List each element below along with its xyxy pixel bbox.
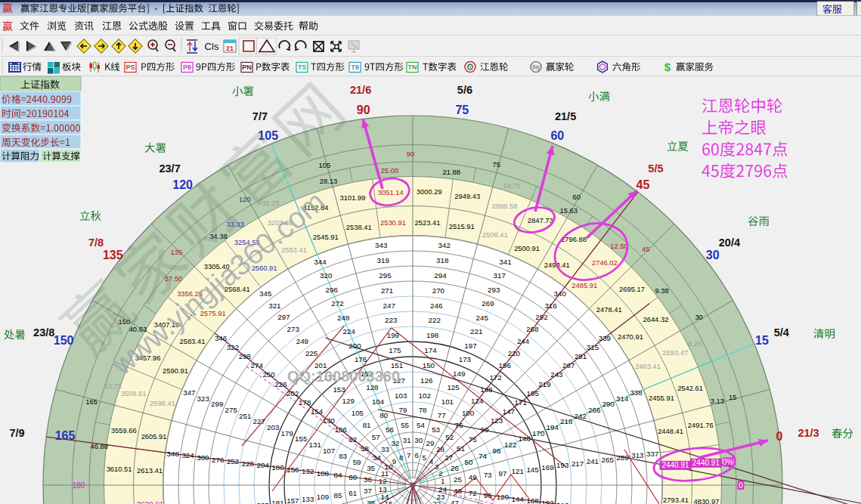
svg-text:248: 248 (337, 314, 350, 322)
svg-text:205: 205 (257, 501, 270, 504)
svg-text:3610.51: 3610.51 (107, 465, 132, 473)
svg-text:102: 102 (419, 391, 431, 400)
svg-text:198: 198 (426, 331, 439, 339)
svg-text:339: 339 (599, 334, 611, 342)
svg-text:25.00: 25.00 (381, 166, 398, 175)
svg-text:343: 343 (375, 241, 388, 249)
svg-text:247: 247 (383, 301, 395, 310)
svg-text:271: 271 (381, 286, 393, 295)
svg-text:203: 203 (267, 423, 280, 431)
svg-text:4: 4 (429, 457, 434, 465)
svg-text:195: 195 (527, 389, 540, 397)
svg-text:55: 55 (401, 421, 409, 429)
svg-text:2485.91: 2485.91 (571, 281, 597, 289)
svg-text:75: 75 (455, 104, 469, 116)
svg-text:85: 85 (333, 491, 342, 499)
svg-text:48: 48 (454, 487, 462, 495)
svg-text:103: 103 (395, 391, 407, 400)
svg-text:124: 124 (471, 397, 484, 405)
svg-text:194: 194 (547, 423, 559, 431)
svg-text:5/5: 5/5 (648, 162, 663, 175)
svg-text:276: 276 (212, 456, 225, 464)
svg-text:21: 21 (226, 45, 234, 52)
svg-text:104: 104 (372, 397, 385, 406)
svg-text:60: 60 (573, 193, 581, 201)
svg-text:38: 38 (367, 499, 375, 504)
svg-text:58: 58 (361, 444, 369, 453)
svg-text:126: 126 (420, 376, 433, 385)
svg-text:275: 275 (225, 406, 238, 414)
svg-text:252: 252 (227, 457, 239, 465)
svg-text:2448.41: 2448.41 (658, 427, 683, 435)
svg-text:T9: T9 (351, 63, 359, 71)
svg-text:2542.61: 2542.61 (677, 384, 703, 392)
svg-text:193: 193 (556, 461, 569, 469)
svg-text:105: 105 (352, 409, 364, 417)
svg-text:133: 133 (302, 495, 314, 503)
svg-text:21/5: 21/5 (555, 110, 576, 122)
svg-text:3101.99: 3101.99 (340, 193, 366, 202)
svg-text:269: 269 (482, 299, 494, 308)
svg-text:35: 35 (367, 464, 375, 472)
svg-text:178: 178 (299, 398, 311, 407)
svg-text:29: 29 (426, 439, 435, 447)
svg-text:323: 323 (197, 394, 210, 403)
svg-text:84: 84 (333, 471, 342, 479)
svg-text:324: 324 (181, 451, 194, 459)
svg-text:2644.32: 2644.32 (643, 315, 668, 323)
svg-text:24: 24 (438, 485, 447, 493)
svg-text:346: 346 (215, 334, 228, 342)
svg-text:273: 273 (287, 325, 300, 333)
svg-text:200: 200 (348, 342, 361, 350)
svg-text:$: $ (664, 60, 671, 73)
svg-text:130: 130 (323, 416, 336, 425)
svg-text:274: 274 (251, 361, 264, 369)
svg-text:291: 291 (575, 352, 587, 360)
svg-text:56: 56 (386, 425, 394, 434)
svg-text:45: 45 (636, 178, 650, 191)
svg-text:340: 340 (554, 289, 567, 298)
svg-text:322: 322 (227, 343, 239, 351)
svg-text:15: 15 (729, 393, 736, 401)
svg-text:148: 148 (480, 385, 493, 394)
svg-text:31: 31 (403, 436, 411, 444)
svg-text:150: 150 (54, 334, 74, 347)
svg-text:2440.91: 2440.91 (661, 461, 689, 469)
svg-text:2847.73: 2847.73 (528, 216, 553, 224)
svg-text:157: 157 (286, 496, 299, 504)
svg-text:PN: PN (242, 63, 252, 71)
svg-text:266: 266 (588, 406, 601, 414)
svg-text:23: 23 (437, 493, 445, 501)
svg-text:227: 227 (253, 417, 265, 425)
svg-text:2523.41: 2523.41 (415, 218, 441, 227)
svg-text:3508.81: 3508.81 (121, 389, 147, 397)
svg-text:2583.41: 2583.41 (179, 337, 205, 345)
svg-text:146: 146 (519, 434, 531, 443)
svg-text:174: 174 (424, 346, 437, 354)
svg-text:Big: Big (532, 64, 540, 70)
svg-text:221: 221 (470, 327, 482, 335)
svg-text:1: 1 (441, 477, 444, 485)
svg-text:223: 223 (385, 316, 398, 324)
svg-text:243: 243 (550, 370, 563, 379)
svg-text:28.13: 28.13 (320, 177, 337, 185)
svg-text:51: 51 (457, 444, 465, 453)
svg-text:2598.41: 2598.41 (150, 399, 175, 407)
svg-text:101: 101 (441, 397, 454, 406)
svg-text:299: 299 (211, 400, 223, 408)
svg-text:28: 28 (436, 445, 444, 453)
svg-text:15: 15 (755, 334, 769, 347)
svg-text:170: 170 (532, 429, 545, 438)
svg-text:43.75: 43.75 (104, 382, 121, 390)
svg-text:78: 78 (419, 406, 427, 414)
svg-text:202: 202 (286, 389, 299, 397)
svg-text:297: 297 (277, 313, 290, 321)
svg-text:PS: PS (125, 63, 135, 71)
svg-text:347: 347 (183, 388, 195, 397)
svg-text:154: 154 (311, 407, 324, 416)
svg-text:147: 147 (503, 407, 515, 416)
svg-text:2590.91: 2590.91 (163, 366, 188, 375)
svg-text:26: 26 (451, 464, 459, 472)
svg-text:246: 246 (430, 301, 443, 310)
svg-text:225: 225 (305, 349, 318, 357)
